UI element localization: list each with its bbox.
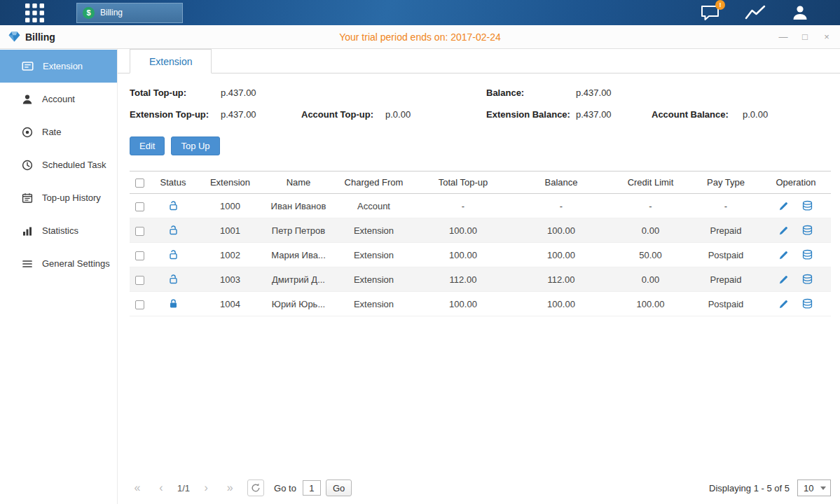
charged-from-cell: Extension — [333, 267, 414, 292]
lock-open-icon[interactable] — [168, 274, 179, 284]
edit-icon[interactable] — [778, 298, 789, 309]
calendar-icon — [22, 192, 33, 204]
app-shell: Extension Account Rate Scheduled Task To… — [0, 49, 840, 504]
page-size-select[interactable]: 10 — [797, 479, 831, 496]
close-button[interactable]: × — [822, 31, 832, 42]
page-indicator: 1/1 — [177, 483, 190, 493]
lock-open-icon[interactable] — [168, 249, 179, 260]
topup-icon[interactable] — [801, 298, 813, 310]
reports-chart-icon[interactable] — [745, 4, 766, 21]
col-status: Status — [149, 172, 197, 194]
go-button[interactable]: Go — [326, 479, 352, 496]
last-page-button[interactable]: » — [222, 482, 237, 494]
messages-icon[interactable]: ! — [701, 5, 719, 21]
edit-button[interactable]: Edit — [130, 136, 165, 155]
sidebar-item-extension[interactable]: Extension — [0, 50, 117, 83]
sidebar-item-topup-history[interactable]: Top-up History — [0, 181, 117, 214]
minimize-button[interactable]: — — [778, 31, 788, 42]
account-balance-label: Account Balance: — [652, 109, 729, 120]
extension-topup-value: p.437.00 — [221, 109, 256, 120]
topup-icon[interactable] — [801, 274, 813, 286]
extension-icon — [22, 60, 34, 72]
lock-open-icon[interactable] — [168, 225, 179, 235]
balance-cell: - — [512, 194, 610, 218]
main-panel: Extension Total Top-up: p.437.00 Balance… — [118, 49, 840, 504]
pay-type-cell: - — [691, 194, 761, 218]
edit-icon[interactable] — [778, 249, 789, 260]
first-page-button[interactable]: « — [130, 482, 145, 494]
extension-cell: 1001 — [197, 218, 263, 243]
topup-button[interactable]: Top Up — [171, 136, 219, 155]
sidebar-item-scheduled-task[interactable]: Scheduled Task — [0, 148, 117, 181]
maximize-button[interactable]: □ — [800, 31, 810, 42]
row-checkbox[interactable] — [135, 300, 144, 309]
topbar: $ Billing ! — [0, 0, 840, 25]
refresh-button[interactable] — [247, 479, 264, 496]
sidebar-item-rate[interactable]: Rate — [0, 115, 117, 148]
name-cell: Дмитрий Д... — [263, 267, 333, 292]
table-row: 1001Петр ПетровExtension100.00100.000.00… — [130, 218, 831, 243]
tabstrip: Extension — [118, 49, 840, 74]
total-topup-value: p.437.00 — [221, 88, 256, 98]
app-title-text: Billing — [25, 31, 55, 43]
sidebar-item-general-settings[interactable]: General Settings — [0, 247, 117, 280]
topbar-icons: ! — [701, 4, 809, 22]
lock-closed-icon[interactable] — [168, 298, 179, 309]
user-account-icon[interactable] — [791, 4, 809, 22]
account-topup-value: p.0.00 — [385, 109, 411, 120]
extension-cell: 1002 — [197, 243, 263, 267]
window-titlebar: Billing Your trial period ends on: 2017-… — [0, 25, 840, 49]
extension-cell: 1004 — [197, 292, 263, 316]
sidebar: Extension Account Rate Scheduled Task To… — [0, 49, 118, 504]
topup-icon[interactable] — [801, 249, 813, 261]
col-credit-limit: Credit Limit — [610, 172, 691, 194]
topup-icon[interactable] — [801, 225, 813, 237]
row-checkbox[interactable] — [135, 227, 144, 236]
table-row: 1004Юрий Юрь...Extension100.00100.00100.… — [130, 292, 831, 316]
name-cell: Петр Петров — [263, 218, 333, 243]
edit-icon[interactable] — [778, 225, 789, 236]
balance-value: p.437.00 — [576, 88, 612, 98]
topbar-billing-tab[interactable]: $ Billing — [76, 3, 183, 23]
account-topup-label: Account Top-up: — [301, 109, 373, 120]
goto-page-input[interactable] — [303, 480, 321, 496]
col-total-topup: Total Top-up — [414, 172, 512, 194]
sidebar-item-account[interactable]: Account — [0, 83, 117, 115]
col-balance: Balance — [512, 172, 610, 194]
pagination-right: Displaying 1 - 5 of 5 10 — [709, 479, 831, 496]
col-charged-from: Charged From — [333, 172, 414, 194]
extension-balance-value: p.437.00 — [576, 109, 612, 120]
pagination-bar: « ‹ 1/1 › » Go to Go Displaying 1 - 5 of… — [130, 479, 831, 497]
charged-from-cell: Extension — [333, 243, 414, 267]
prev-page-button[interactable]: ‹ — [153, 482, 169, 494]
pay-type-cell: Postpaid — [691, 292, 761, 316]
row-checkbox[interactable] — [135, 251, 144, 260]
charged-from-cell: Extension — [333, 292, 414, 316]
tab-extension[interactable]: Extension — [130, 49, 212, 74]
row-checkbox[interactable] — [135, 276, 144, 285]
sidebar-item-label: Extension — [43, 61, 83, 71]
page-size-value: 10 — [804, 483, 813, 493]
lock-open-icon[interactable] — [168, 200, 179, 211]
dollar-icon: $ — [83, 7, 95, 19]
app-title: Billing — [8, 31, 55, 43]
edit-icon[interactable] — [778, 200, 789, 211]
topup-icon[interactable] — [801, 200, 813, 212]
settings-list-icon — [22, 258, 33, 270]
table-row: 1000Иван ИвановAccount---- — [130, 194, 831, 218]
apps-grid-icon[interactable] — [25, 4, 44, 22]
topbar-billing-tab-label: Billing — [100, 8, 123, 18]
billing-gem-icon — [8, 31, 20, 42]
name-cell: Юрий Юрь... — [263, 292, 333, 316]
next-page-button[interactable]: › — [198, 482, 214, 494]
edit-icon[interactable] — [778, 274, 789, 285]
charged-from-cell: Account — [333, 194, 414, 218]
total-topup-label: Total Top-up: — [130, 88, 186, 98]
table-header-row: Status Extension Name Charged From Total… — [130, 172, 831, 194]
action-buttons: Edit Top Up — [130, 136, 831, 155]
row-checkbox[interactable] — [135, 202, 144, 211]
sidebar-item-statistics[interactable]: Statistics — [0, 214, 117, 247]
sidebar-item-label: Scheduled Task — [42, 160, 106, 170]
select-all-checkbox[interactable] — [135, 178, 144, 188]
credit-limit-cell: 0.00 — [610, 267, 691, 292]
